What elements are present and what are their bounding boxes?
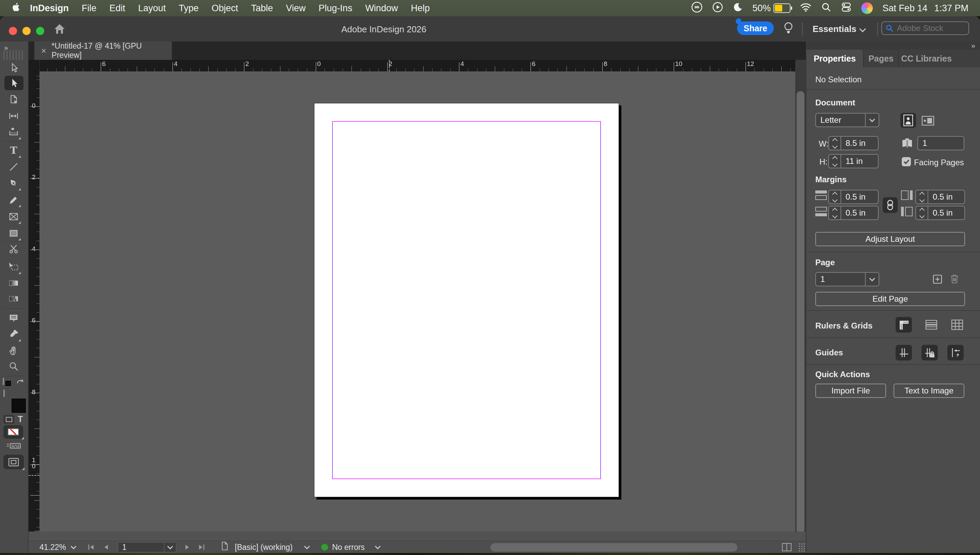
import-file-button[interactable]: Import File: [815, 383, 886, 398]
margin-top-value[interactable]: 0.5 in: [841, 191, 878, 204]
width-value[interactable]: 8.5 in: [841, 137, 878, 150]
rectangle-tool[interactable]: [7, 227, 20, 240]
menu-object[interactable]: Object: [212, 3, 238, 14]
margin-inside-stepper[interactable]: [916, 191, 928, 204]
screen-mode-button[interactable]: [3, 455, 24, 469]
menu-file[interactable]: File: [82, 3, 96, 14]
width-stepper[interactable]: [829, 137, 841, 150]
margin-inside-field[interactable]: 0.5 in: [915, 190, 965, 204]
document-tab[interactable]: × *Untitled-17 @ 41% [GPU Preview]: [34, 42, 172, 60]
menu-window[interactable]: Window: [365, 3, 398, 14]
last-page-button[interactable]: [198, 543, 206, 551]
tab-pages[interactable]: Pages: [863, 50, 898, 67]
orientation-landscape-button[interactable]: [922, 115, 934, 127]
add-page-button[interactable]: [932, 274, 943, 286]
page-number-chevron-icon[interactable]: [164, 542, 176, 552]
menu-type[interactable]: Type: [178, 3, 199, 14]
first-page-button[interactable]: [87, 543, 95, 551]
close-window-button[interactable]: [9, 27, 17, 35]
vertical-ruler[interactable]: 0 2 4 6 8 10: [29, 71, 40, 531]
gradient-feather-tool[interactable]: [7, 292, 20, 305]
errors-chevron-icon[interactable]: [374, 544, 381, 549]
page-size-select[interactable]: Letter: [815, 113, 879, 127]
lightbulb-discover-icon[interactable]: [783, 22, 794, 37]
collapse-panel-icon[interactable]: »: [971, 42, 975, 49]
text-to-image-button[interactable]: Text to Image: [893, 383, 964, 398]
focus-moon-icon[interactable]: [733, 2, 743, 14]
ruler-corner[interactable]: [29, 60, 40, 71]
facing-pages-checkbox[interactable]: [902, 157, 911, 166]
note-tool[interactable]: [7, 312, 20, 325]
spread-view-icon[interactable]: [781, 542, 792, 553]
menu-help[interactable]: Help: [411, 3, 430, 14]
preflight-errors[interactable]: No errors: [332, 543, 365, 552]
orientation-portrait-button[interactable]: [900, 113, 916, 128]
view-options-icon[interactable]: [5, 441, 22, 452]
horizontal-scrollbar-thumb[interactable]: [490, 543, 737, 552]
smart-guides-button[interactable]: [947, 345, 964, 361]
vertical-scrollbar-thumb[interactable]: [797, 91, 805, 533]
margin-outside-field[interactable]: 0.5 in: [915, 206, 965, 220]
adobe-stock-search[interactable]: [881, 21, 969, 35]
resize-grip[interactable]: [798, 543, 805, 552]
edit-page-button[interactable]: Edit Page: [815, 292, 965, 306]
show-guides-button[interactable]: [896, 345, 912, 361]
delete-page-button[interactable]: [949, 273, 959, 286]
tools-panel-grip[interactable]: [3, 50, 24, 60]
preflight-profile[interactable]: [Basic] (working): [235, 543, 292, 552]
menubar-time[interactable]: 1:37 PM: [934, 3, 969, 14]
margin-outside-stepper[interactable]: [916, 207, 928, 219]
margin-top-stepper[interactable]: [829, 191, 841, 204]
zoom-tool[interactable]: [7, 360, 20, 373]
zoom-level[interactable]: 41.22%: [40, 543, 66, 552]
close-tab-icon[interactable]: ×: [41, 46, 46, 56]
next-page-button[interactable]: [183, 543, 191, 551]
margin-bottom-stepper[interactable]: [829, 207, 841, 219]
scissors-tool[interactable]: [7, 242, 20, 255]
margin-bottom-field[interactable]: 0.5 in: [828, 206, 879, 220]
adjust-layout-button[interactable]: Adjust Layout: [815, 232, 965, 246]
document-page[interactable]: [314, 103, 619, 497]
gradient-swatch-tool[interactable]: [7, 276, 20, 289]
document-grid-button[interactable]: [951, 319, 964, 332]
horizontal-ruler[interactable]: 6 4 2 0 2 4 6 8 10 12: [29, 60, 806, 71]
vertical-scrollbar[interactable]: [795, 60, 806, 541]
height-value[interactable]: 11 in: [841, 155, 878, 168]
tab-properties[interactable]: Properties: [806, 50, 863, 67]
margin-top-field[interactable]: 0.5 in: [828, 190, 879, 204]
control-center-icon[interactable]: [841, 2, 852, 15]
baseline-grid-button[interactable]: [925, 319, 938, 332]
pen-tool[interactable]: [7, 177, 20, 190]
height-field[interactable]: 11 in: [828, 154, 879, 168]
menu-layout[interactable]: Layout: [138, 3, 166, 14]
content-collector-tool[interactable]: [7, 126, 20, 139]
fill-swatch-none[interactable]: [3, 390, 5, 397]
menu-plugins[interactable]: Plug-Ins: [318, 3, 352, 14]
type-tool[interactable]: T: [7, 144, 20, 157]
free-transform-tool[interactable]: [7, 260, 20, 273]
selection-tool[interactable]: [7, 61, 20, 74]
direct-selection-tool-active[interactable]: [7, 77, 20, 90]
minimize-window-button[interactable]: [22, 27, 31, 35]
lock-guides-button[interactable]: [922, 345, 938, 361]
formatting-affects-container-button[interactable]: [3, 415, 14, 424]
wifi-icon[interactable]: [800, 2, 811, 14]
hand-tool[interactable]: [7, 344, 20, 357]
margin-bottom-value[interactable]: 0.5 in: [841, 207, 878, 219]
screen-record-icon[interactable]: [712, 2, 723, 15]
margin-outside-value[interactable]: 0.5 in: [928, 207, 964, 219]
height-stepper[interactable]: [829, 155, 841, 168]
page-number-field[interactable]: 1: [118, 542, 176, 552]
pages-count-field[interactable]: 1: [917, 136, 964, 150]
swap-fill-stroke-icon[interactable]: [16, 378, 25, 387]
zoom-level-chevron-icon[interactable]: [71, 544, 77, 549]
tab-cc-libraries[interactable]: CC Libraries: [898, 50, 954, 67]
workspace-switcher[interactable]: Essentials: [813, 24, 856, 34]
frame-tool[interactable]: [7, 210, 20, 223]
stroke-swatch[interactable]: [11, 399, 26, 413]
share-button[interactable]: Share: [737, 21, 774, 35]
menubar-date[interactable]: Sat Feb 14: [882, 3, 927, 14]
battery-indicator[interactable]: 50%: [752, 3, 790, 14]
margin-inside-value[interactable]: 0.5 in: [928, 191, 964, 204]
menu-indesign[interactable]: InDesign: [30, 3, 69, 14]
